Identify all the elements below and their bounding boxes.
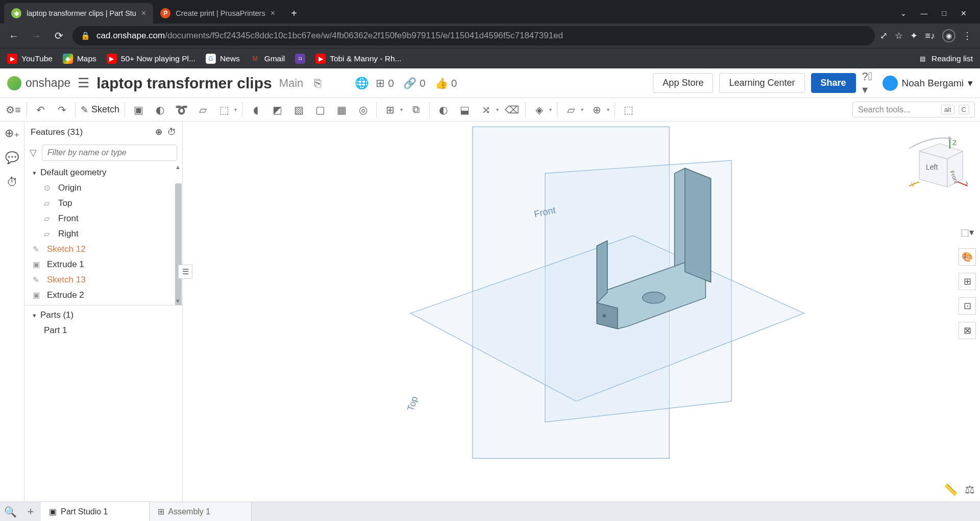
user-menu[interactable]: Noah Bergami ▾ [883, 76, 973, 91]
bookmark-gmail[interactable]: MGmail [250, 54, 285, 64]
boolean-icon[interactable]: ◐ [435, 102, 451, 118]
mirror-icon[interactable]: ⧉ [408, 102, 424, 118]
feature-tree-icon[interactable]: ⚙≡ [5, 102, 21, 118]
sweep-icon[interactable]: ➰ [173, 102, 189, 118]
mate-connector-icon[interactable]: ⊕ [589, 102, 605, 118]
document-branch[interactable]: Main [279, 77, 304, 90]
tree-sketch-13[interactable]: ✎Sketch 13 [29, 272, 182, 288]
close-icon[interactable]: × [271, 9, 275, 18]
tabs-stat[interactable]: ⊞0 [376, 77, 394, 89]
tree-sketch-12[interactable]: ✎Sketch 12 [29, 242, 182, 257]
rollback-icon[interactable]: ⏱ [167, 127, 176, 137]
tree-extrude-2[interactable]: ▣Extrude 2 [29, 288, 182, 303]
links-stat[interactable]: 🔗0 [403, 77, 426, 89]
fillet-icon[interactable]: ◖ [248, 102, 264, 118]
bookmark-maps[interactable]: ◆Maps [63, 54, 96, 64]
undo-button[interactable]: ↶ [32, 102, 48, 118]
delete-icon[interactable]: ⌫ [504, 102, 520, 118]
insert-icon[interactable]: ⊕₊ [5, 126, 20, 141]
tab-assembly[interactable]: ⊞Assembly 1 [150, 502, 252, 521]
tree-right-plane[interactable]: ▱Right [29, 226, 182, 242]
scroll-up-icon[interactable]: ▲ [175, 164, 181, 170]
omnibox[interactable]: 🔒 cad.onshape.com/documents/f9cf24345c8d… [72, 26, 875, 45]
menu-icon[interactable]: ⋮ [963, 30, 972, 41]
transform-icon[interactable]: ⤨ [478, 102, 494, 118]
browser-tab-active[interactable]: ◆ laptop transformer clips | Part Stu × [4, 3, 153, 23]
isolate-icon[interactable]: ⊡ [959, 297, 976, 315]
feature-filter-input[interactable] [42, 145, 177, 161]
likes-stat[interactable]: 👍0 [435, 77, 457, 89]
rib-icon[interactable]: ▦ [333, 102, 350, 118]
pattern-icon[interactable]: ⊞ [382, 102, 398, 118]
back-button[interactable]: ← [5, 27, 22, 44]
help-icon[interactable]: ?⃝ ▾ [862, 76, 876, 90]
globe-icon[interactable]: 🌐 [354, 76, 369, 90]
profile-icon[interactable]: ◉ [942, 29, 955, 42]
parts-header[interactable]: ▾Parts (1) [29, 307, 182, 323]
bookmark-tobi[interactable]: ▶Tobi & Manny - Rh... [315, 54, 401, 64]
select-icon[interactable]: ⬚ [620, 102, 636, 118]
tool-search[interactable]: Search tools... alt C [852, 102, 975, 117]
hide-icon[interactable]: ⊠ [959, 322, 976, 339]
revolve-icon[interactable]: ◐ [152, 102, 168, 118]
tree-origin[interactable]: ⊙Origin [29, 180, 182, 196]
tab-part-studio[interactable]: ▣Part Studio 1 [41, 502, 150, 521]
chamfer-icon[interactable]: ◩ [269, 102, 285, 118]
onshape-logo[interactable]: onshape [7, 76, 70, 90]
scroll-down-icon[interactable]: ▼ [175, 298, 181, 304]
bookmark-playlist[interactable]: ▶50+ Now playing Pl... [107, 54, 195, 64]
document-title[interactable]: laptop transformer clips [96, 75, 272, 92]
tree-top-plane[interactable]: ▱Top [29, 196, 182, 211]
playlist-icon[interactable]: ≡♪ [925, 31, 935, 41]
reload-button[interactable]: ⟳ [50, 27, 67, 44]
add-feature-icon[interactable]: ⊕ [155, 127, 162, 137]
chevron-down-icon[interactable]: ⌄ [900, 9, 906, 17]
history-icon[interactable]: ⏱ [5, 175, 20, 190]
mass-props-icon[interactable]: ⚖ [965, 483, 975, 496]
thicken-icon[interactable]: ⬚ [216, 102, 232, 118]
comments-icon[interactable]: 💬 [5, 150, 20, 165]
maximize-icon[interactable]: □ [942, 9, 946, 17]
browser-tab[interactable]: P Create print | PrusaPrinters × [153, 3, 282, 23]
section-icon[interactable]: ⊞ [959, 273, 976, 290]
appearance-icon[interactable]: 🎨 [959, 248, 976, 266]
split-icon[interactable]: ⬓ [456, 102, 473, 118]
learning-center-button[interactable]: Learning Center [719, 73, 804, 93]
part-1[interactable]: Part 1 [29, 323, 182, 338]
viewport-3d[interactable]: Front Top thgiR Left Front Z [183, 122, 980, 502]
shell-icon[interactable]: ▢ [312, 102, 328, 118]
scrollbar-thumb[interactable] [175, 183, 182, 305]
reading-list-button[interactable]: ▤Reading list [917, 54, 973, 64]
tree-extrude-1[interactable]: ▣Extrude 1 [29, 257, 182, 272]
tree-group-default[interactable]: ▾Default geometry [29, 165, 182, 180]
redo-button[interactable]: ↷ [54, 102, 70, 118]
measure-icon[interactable]: 📏 [944, 483, 958, 496]
filter-icon[interactable]: ▽ [30, 147, 37, 158]
minimize-icon[interactable]: — [921, 9, 928, 17]
share-button[interactable]: Share [811, 73, 856, 93]
close-icon[interactable]: × [141, 9, 146, 18]
doc-menu-button[interactable]: ☰ [78, 75, 89, 91]
view-cube[interactable]: Left Front Z X Y [891, 131, 968, 207]
new-tab-button[interactable]: + [285, 5, 303, 22]
sketch-button[interactable]: ✎ Sketch [81, 104, 119, 115]
extrude-icon[interactable]: ▣ [130, 102, 146, 118]
plane-icon[interactable]: ▱ [562, 102, 579, 118]
draft-icon[interactable]: ▧ [290, 102, 307, 118]
install-icon[interactable]: ⤢ [880, 30, 888, 41]
bookmark-twitch[interactable]: ⌑ [295, 54, 305, 64]
view-mode-icon[interactable]: ⬚▾ [959, 224, 976, 241]
bookmark-youtube[interactable]: ▶YouTube [7, 54, 53, 64]
bookmark-star-icon[interactable]: ☆ [895, 30, 903, 41]
surface-icon[interactable]: ◈ [531, 102, 547, 118]
copy-icon[interactable]: ⎘ [310, 76, 325, 90]
zoom-search-icon[interactable]: 🔍 [0, 502, 20, 521]
add-tab-button[interactable]: + [20, 502, 41, 521]
collapse-panel-button[interactable]: ☰ [178, 265, 192, 279]
tree-front-plane[interactable]: ▱Front [29, 211, 182, 226]
bookmark-news[interactable]: GNews [206, 54, 240, 64]
loft-icon[interactable]: ▱ [194, 102, 211, 118]
hole-icon[interactable]: ◎ [355, 102, 371, 118]
extensions-icon[interactable]: ✦ [910, 30, 918, 41]
forward-button[interactable]: → [28, 27, 45, 44]
